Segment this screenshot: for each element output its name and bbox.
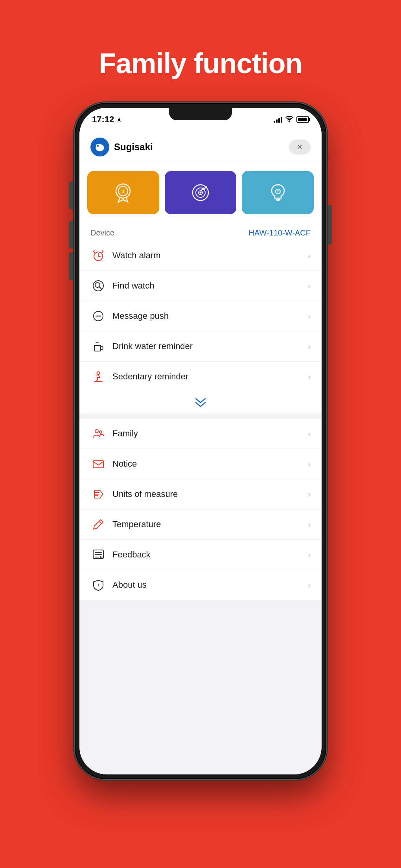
expand-button[interactable]: [79, 392, 322, 414]
medal-icon: 1: [111, 181, 135, 204]
menu-label-drink-water: Drink water reminder: [112, 341, 308, 351]
main-menu-list: Watch alarm › Find watch ›: [79, 241, 322, 392]
wifi-icon: [285, 116, 293, 124]
menu-item-message-push[interactable]: Message push ›: [79, 301, 322, 331]
chevron-icon: ›: [308, 251, 311, 260]
device-label: Device: [90, 228, 114, 237]
chevron-icon: ›: [308, 581, 311, 590]
alarm-clock-icon: [90, 248, 106, 263]
menu-item-feedback[interactable]: Feedback ›: [79, 540, 322, 570]
phone-screen: 17:12: [79, 108, 322, 774]
cards-row: 1: [79, 163, 322, 222]
device-row: Device HAW-110-W-ACF: [90, 228, 311, 241]
menu-label-temperature: Temperature: [112, 519, 308, 530]
svg-text:!: !: [97, 583, 99, 588]
tag-icon: [90, 486, 106, 502]
bulb-icon: [266, 181, 290, 204]
app-name: Sugisaki: [114, 142, 153, 153]
menu-label-find-watch: Find watch: [112, 281, 308, 291]
signal-bars: [274, 116, 282, 123]
second-menu-list: Family › Notice ›: [79, 419, 322, 600]
app-header-left: Sugisaki: [90, 138, 153, 156]
search-circle-icon: [90, 278, 106, 294]
svg-rect-29: [99, 437, 100, 439]
app-logo: [90, 138, 109, 156]
menu-label-about: About us: [112, 580, 308, 590]
svg-rect-30: [93, 461, 103, 468]
menu-item-units[interactable]: Units of measure ›: [79, 479, 322, 509]
svg-point-5: [98, 145, 99, 146]
status-icons: [274, 116, 309, 124]
chevron-icon: ›: [308, 429, 311, 438]
card-tips[interactable]: [242, 171, 314, 214]
device-id: HAW-110-W-ACF: [249, 228, 311, 237]
svg-point-0: [289, 121, 290, 121]
menu-label-message-push: Message push: [112, 311, 308, 321]
menu-item-sedentary[interactable]: Sedentary reminder ›: [79, 362, 322, 392]
menu-item-find-watch[interactable]: Find watch ›: [79, 271, 322, 301]
message-icon: [90, 308, 106, 324]
menu-label-notice: Notice: [112, 459, 308, 469]
app-header: Sugisaki ✕: [79, 131, 322, 163]
menu-label-family: Family: [112, 428, 308, 439]
svg-text:1: 1: [122, 189, 125, 194]
page-title: Family function: [99, 47, 302, 79]
mail-icon: [90, 456, 106, 472]
chevron-icon: ›: [308, 460, 311, 469]
svg-point-4: [97, 145, 99, 147]
close-button[interactable]: ✕: [289, 140, 311, 154]
shield-icon: !: [90, 577, 106, 593]
menu-label-sedentary: Sedentary reminder: [112, 371, 308, 382]
menu-item-temperature[interactable]: Temperature ›: [79, 509, 322, 540]
device-section: Device HAW-110-W-ACF: [79, 222, 322, 241]
battery-icon: [296, 116, 309, 123]
menu-label-feedback: Feedback: [112, 550, 308, 560]
menu-label-units: Units of measure: [112, 489, 308, 499]
double-chevron-down-icon: [193, 398, 208, 407]
location-icon: [116, 117, 122, 122]
target-icon: [189, 181, 212, 204]
menu-item-about[interactable]: ! About us ›: [79, 570, 322, 600]
svg-point-19: [93, 281, 103, 291]
svg-line-21: [99, 287, 101, 289]
svg-point-27: [95, 430, 98, 433]
card-achievement[interactable]: 1: [87, 171, 159, 214]
menu-item-notice[interactable]: Notice ›: [79, 449, 322, 479]
sedentary-icon: [90, 369, 106, 384]
chevron-icon: ›: [308, 281, 311, 291]
chevron-icon: ›: [308, 520, 311, 529]
chevron-icon: ›: [308, 342, 311, 351]
pen-icon: [90, 517, 106, 532]
menu-label-watch-alarm: Watch alarm: [112, 250, 308, 261]
feedback-icon: [90, 547, 106, 563]
card-target[interactable]: [165, 171, 237, 214]
svg-point-28: [99, 431, 102, 433]
status-time: 17:12: [92, 114, 122, 125]
menu-item-family[interactable]: Family ›: [79, 419, 322, 449]
chevron-icon: ›: [308, 550, 311, 559]
chevron-icon: ›: [308, 490, 311, 499]
coffee-icon: [90, 338, 106, 354]
svg-point-25: [97, 372, 100, 375]
chevron-icon: ›: [308, 312, 311, 321]
svg-point-20: [95, 283, 100, 287]
family-icon: [90, 426, 106, 441]
chevron-icon: ›: [308, 372, 311, 381]
svg-point-12: [200, 192, 202, 194]
phone-frame: 17:12: [75, 103, 326, 779]
menu-item-watch-alarm[interactable]: Watch alarm ›: [79, 241, 322, 271]
svg-line-34: [99, 521, 101, 524]
notch: [169, 108, 232, 120]
menu-item-drink-water[interactable]: Drink water reminder ›: [79, 331, 322, 362]
